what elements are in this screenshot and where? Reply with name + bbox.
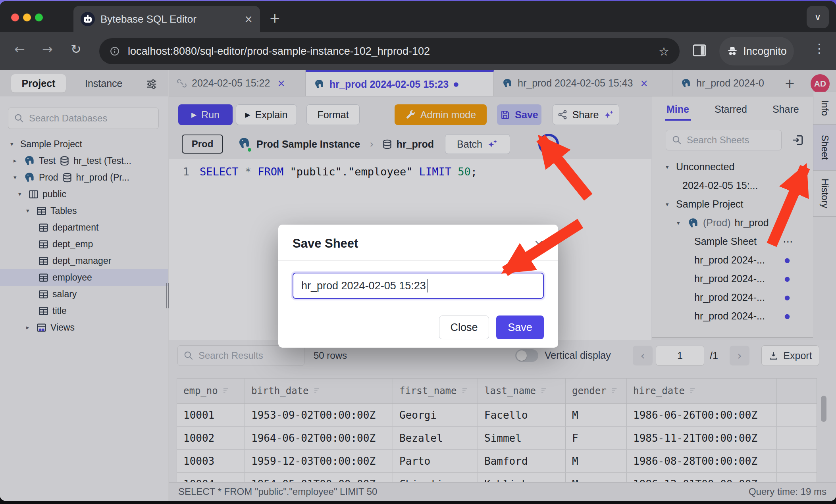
traffic-light-zoom[interactable] — [35, 13, 43, 21]
dialog-close-icon[interactable]: × — [534, 237, 544, 251]
back-icon[interactable]: ← — [14, 42, 25, 57]
browser-menu-icon[interactable]: ⋮ — [813, 41, 826, 56]
sheet-name-input[interactable]: hr_prod 2024-02-05 15:23 — [293, 273, 544, 299]
browser-titlebar: Bytebase SQL Editor × + ∨ — [0, 1, 836, 32]
url-text: localhost:8080/sql-editor/prod-sample-in… — [128, 45, 651, 58]
browser-toolbar: ← → ↻ localhost:8080/sql-editor/prod-sam… — [0, 32, 836, 70]
browser-tab-title: Bytebase SQL Editor — [100, 13, 239, 25]
forward-icon[interactable]: → — [42, 42, 53, 57]
browser-window: Bytebase SQL Editor × + ∨ ← → ↻ localhos… — [0, 1, 836, 501]
incognito-label: Incognito — [743, 45, 787, 58]
dialog-close-button[interactable]: Close — [439, 315, 489, 339]
tab-close-icon[interactable]: × — [244, 13, 253, 25]
incognito-badge: Incognito — [719, 37, 794, 65]
traffic-light-close[interactable] — [11, 13, 19, 21]
dialog-title: Save Sheet — [293, 237, 534, 251]
side-panel-icon[interactable] — [692, 42, 707, 58]
dialog-save-button[interactable]: Save — [496, 315, 544, 339]
browser-tab[interactable]: Bytebase SQL Editor × — [73, 6, 260, 32]
tab-search-button[interactable]: ∨ — [807, 6, 829, 28]
address-bar[interactable]: localhost:8080/sql-editor/prod-sample-in… — [99, 38, 680, 64]
site-info-icon[interactable] — [110, 46, 120, 56]
incognito-icon — [726, 45, 738, 57]
reload-icon[interactable]: ↻ — [71, 42, 81, 57]
save-sheet-dialog: Save Sheet × hr_prod 2024-02-05 15:23 Cl… — [278, 225, 558, 348]
new-tab-icon[interactable]: + — [269, 10, 281, 26]
bookmark-star-icon[interactable]: ☆ — [659, 44, 669, 58]
bytebase-favicon — [81, 12, 95, 26]
text-cursor — [427, 279, 428, 292]
sheet-name-value: hr_prod 2024-02-05 15:23 — [301, 280, 426, 292]
traffic-light-minimize[interactable] — [23, 13, 31, 21]
